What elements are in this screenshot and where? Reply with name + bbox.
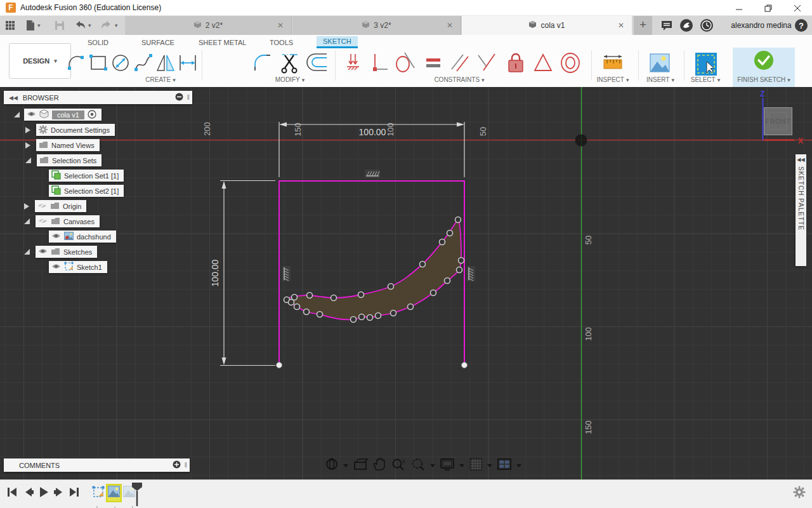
timeline-play-button[interactable]: [38, 486, 49, 500]
mirror-tool-icon[interactable]: [156, 51, 175, 74]
equal-constraint-icon[interactable]: [424, 51, 443, 74]
timeline-go-to-end-button[interactable]: [69, 486, 80, 500]
tree-item-label[interactable]: Canvases: [63, 218, 95, 225]
concentric-constraint-icon[interactable]: [560, 51, 579, 74]
expand-icon[interactable]: [25, 127, 30, 133]
tree-row-sketch1[interactable]: Sketch1: [49, 261, 107, 273]
horizontal-dimension-value[interactable]: 100.00: [359, 127, 386, 137]
orbit-dropdown-icon[interactable]: [343, 464, 348, 467]
insert-group-label[interactable]: INSERT: [646, 76, 674, 83]
tree-item-label[interactable]: cola v1: [52, 110, 84, 119]
grid-snap-dropdown-icon[interactable]: [487, 464, 492, 467]
comments-panel-header[interactable]: COMMENTS ‖: [4, 458, 190, 472]
vertical-constraint-icon[interactable]: [467, 266, 475, 281]
panel-grip[interactable]: ‖: [187, 94, 190, 101]
tree-row-selection-set2[interactable]: Selection Set2 [1]: [49, 185, 124, 197]
midpoint-constraint-icon[interactable]: [476, 51, 495, 74]
new-document-button[interactable]: +: [634, 16, 652, 35]
timeline-item-canvas-selected[interactable]: [106, 484, 122, 502]
tree-item-label[interactable]: dachshund: [77, 233, 111, 241]
look-at-icon[interactable]: [353, 457, 368, 474]
model-canvas[interactable]: Z X 200 150 100 50 50 100 150 100.00: [0, 87, 812, 479]
viewports-dropdown-icon[interactable]: [516, 464, 521, 467]
sketch-point[interactable]: [462, 363, 468, 368]
arc-tool-icon[interactable]: [67, 51, 86, 74]
tree-row-dachshund[interactable]: dachshund: [49, 231, 116, 243]
select-tool-icon[interactable]: [694, 51, 713, 74]
visibility-eye-off-icon[interactable]: [37, 202, 47, 211]
tree-row-canvases[interactable]: Canvases: [24, 215, 100, 227]
expand-palette-icon[interactable]: ◀◀: [797, 157, 804, 163]
sketch-rectangle-lines[interactable]: [279, 181, 464, 365]
modify-group-label[interactable]: MODIFY: [275, 76, 304, 83]
tab-sheet-metal[interactable]: SHEET METAL: [192, 36, 252, 48]
timeline-step-forward-button[interactable]: [53, 486, 65, 500]
add-comment-icon[interactable]: [173, 460, 181, 470]
tab-surface[interactable]: SURFACE: [135, 36, 181, 48]
expand-icon[interactable]: [25, 157, 31, 163]
doc-tab-3v2[interactable]: 3 v2* ✕: [292, 16, 461, 35]
tab-tools[interactable]: TOOLS: [263, 36, 299, 48]
tree-row-selection-set1[interactable]: Selection Set1 [1]: [49, 170, 124, 182]
redo-button[interactable]: [100, 18, 118, 33]
spline-tool-icon[interactable]: [134, 51, 153, 74]
collapse-browser-icon[interactable]: ◀◀: [9, 95, 18, 101]
tree-item-label[interactable]: Sketches: [63, 248, 92, 256]
doc-tab-close-icon[interactable]: ✕: [276, 21, 285, 30]
activate-radio-icon[interactable]: [88, 110, 96, 120]
tree-item-label[interactable]: Sketch1: [77, 264, 102, 271]
tab-sketch[interactable]: SKETCH: [317, 36, 358, 48]
save-button[interactable]: [55, 18, 65, 33]
app-grid-menu-button[interactable]: [5, 18, 15, 33]
close-button[interactable]: [783, 0, 812, 16]
pan-icon[interactable]: [372, 457, 386, 474]
doc-tab-close-icon[interactable]: ✕: [445, 21, 454, 30]
extensions-icon[interactable]: [679, 18, 693, 32]
circle-tool-icon[interactable]: [111, 51, 130, 74]
tree-item-label[interactable]: Selection Set2 [1]: [64, 187, 119, 195]
coincident-constraint-icon[interactable]: [345, 51, 364, 74]
zoom-window-dropdown-icon[interactable]: [430, 464, 435, 467]
undo-button[interactable]: [74, 18, 91, 33]
horizontal-constraint-icon[interactable]: [365, 170, 380, 178]
expand-icon[interactable]: [24, 218, 30, 224]
constraints-group-label[interactable]: CONSTRAINTS: [434, 76, 484, 83]
perpendicular-constraint-icon[interactable]: [370, 51, 389, 74]
select-group-label[interactable]: SELECT: [691, 76, 720, 83]
expand-icon[interactable]: [24, 203, 29, 210]
zoom-icon[interactable]: ±: [391, 457, 406, 474]
spline-profile-shape[interactable]: [287, 220, 461, 319]
tree-row-root[interactable]: cola v1: [14, 109, 102, 121]
fix-lock-constraint-icon[interactable]: [506, 51, 525, 74]
measure-tool-icon[interactable]: [601, 51, 620, 74]
tree-item-label[interactable]: Selection Set1 [1]: [64, 172, 119, 180]
browser-display-toggle-icon[interactable]: [175, 93, 183, 102]
restore-button[interactable]: [754, 0, 783, 16]
vertical-constraint-icon[interactable]: [282, 266, 291, 281]
job-status-clock-icon[interactable]: [700, 18, 714, 32]
vertical-dimension-value[interactable]: 100.00: [210, 259, 220, 286]
tree-row-named-views[interactable]: Named Views: [25, 139, 100, 151]
user-name[interactable]: alexandro medina: [730, 21, 793, 30]
grid-snap-icon[interactable]: [469, 457, 483, 474]
visibility-eye-icon[interactable]: [27, 110, 36, 119]
timeline-settings-gear-icon[interactable]: [793, 486, 806, 501]
visibility-eye-icon[interactable]: [51, 232, 61, 241]
expand-icon[interactable]: [25, 142, 30, 149]
tree-row-sketches[interactable]: Sketches: [24, 246, 97, 258]
display-settings-icon[interactable]: [440, 457, 455, 474]
tree-item-label[interactable]: Origin: [63, 203, 81, 210]
fillet-tool-icon[interactable]: [253, 51, 272, 74]
origin-point[interactable]: [575, 135, 587, 147]
visibility-eye-icon[interactable]: [38, 248, 48, 256]
rectangle-tool-icon[interactable]: [89, 51, 108, 74]
create-group-label[interactable]: CREATE: [145, 76, 175, 83]
expand-icon[interactable]: [24, 249, 30, 255]
sketch-point[interactable]: [277, 363, 282, 368]
trim-tool-icon[interactable]: [280, 51, 299, 74]
tangent-constraint-icon[interactable]: [395, 51, 414, 74]
doc-tab-close-icon[interactable]: ✕: [617, 21, 625, 30]
parallel-constraint-icon[interactable]: [449, 51, 468, 74]
timeline-step-back-button[interactable]: [23, 486, 34, 500]
tree-row-document-settings[interactable]: Document Settings: [25, 124, 115, 136]
